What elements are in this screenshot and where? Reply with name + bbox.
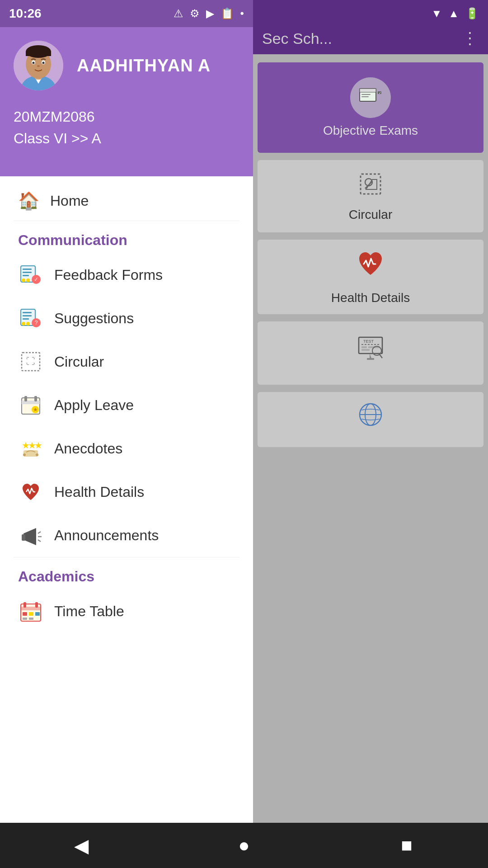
svg-rect-69 xyxy=(361,346,367,348)
back-button[interactable]: ◀ xyxy=(63,827,99,863)
student-id: 20MZM2086 xyxy=(14,108,95,125)
svg-rect-15 xyxy=(23,275,29,276)
anecdotes-label: Anecdotes xyxy=(54,440,122,457)
home-button[interactable]: ● xyxy=(226,827,262,863)
home-label: Home xyxy=(50,193,89,209)
menu-item-announcements[interactable]: Announcements xyxy=(0,514,253,557)
student-class: Class VI >> A xyxy=(14,130,101,146)
svg-marker-42 xyxy=(23,528,36,545)
signal-icon: ▲ xyxy=(448,7,459,20)
menu-item-timetable[interactable]: Time Table xyxy=(0,590,253,633)
globe-icon xyxy=(357,401,384,434)
svg-text:TEST: TEST xyxy=(363,339,374,344)
svg-point-19 xyxy=(26,278,30,282)
user-name: AADHITHYAN A xyxy=(77,56,211,75)
menu-item-health-details[interactable]: Health Details xyxy=(0,470,253,514)
settings-icon: ⚙ xyxy=(190,7,200,20)
user-id: 20MZM2086 Class VI >> A xyxy=(14,106,239,149)
right-panel: Sec Sch... ⋮ ✓ Objective Exams xyxy=(253,0,488,868)
svg-text:✓: ✓ xyxy=(34,276,38,283)
svg-point-40 xyxy=(23,453,26,456)
suggestions-label: Suggestions xyxy=(54,310,134,327)
status-bar-right: ▼ ▲ 🔋 xyxy=(253,0,488,27)
svg-text:⛶: ⛶ xyxy=(26,356,35,366)
right-health-icon xyxy=(355,249,386,286)
menu-item-suggestions[interactable]: ? Suggestions xyxy=(0,297,253,340)
svg-point-9 xyxy=(37,65,40,67)
svg-rect-73 xyxy=(367,358,374,360)
svg-rect-33 xyxy=(34,396,37,401)
svg-rect-57 xyxy=(360,89,376,92)
svg-line-44 xyxy=(38,532,41,533)
svg-rect-71 xyxy=(361,349,370,351)
menu-item-circular[interactable]: ⛶ Circular xyxy=(0,340,253,383)
dot-icon: • xyxy=(240,7,244,20)
svg-rect-49 xyxy=(23,602,26,608)
menu-item-apply-leave[interactable]: ★ Apply Leave xyxy=(0,383,253,427)
svg-text:★: ★ xyxy=(34,440,42,450)
svg-rect-52 xyxy=(29,612,33,616)
svg-rect-51 xyxy=(23,612,27,616)
home-nav-icon: ● xyxy=(238,835,249,856)
svg-point-8 xyxy=(42,62,45,64)
svg-point-7 xyxy=(33,62,35,64)
svg-line-46 xyxy=(38,540,41,542)
right-item-globe[interactable] xyxy=(258,392,483,447)
svg-line-75 xyxy=(380,354,382,358)
circular-icon: ⛶ xyxy=(18,349,43,374)
section-communication: Communication xyxy=(0,221,253,253)
navigation-drawer: AADHITHYAN A 20MZM2086 Class VI >> A 🏠 H… xyxy=(0,0,253,868)
svg-rect-58 xyxy=(361,94,371,95)
right-item-health-details[interactable]: Health Details xyxy=(258,240,483,314)
right-topbar-menu[interactable]: ⋮ xyxy=(462,29,479,48)
drawer-menu[interactable]: 🏠 Home Communication ✓ Feedback Forms xyxy=(0,176,253,868)
svg-rect-23 xyxy=(23,318,29,320)
health-details-icon xyxy=(18,479,43,505)
feedback-forms-icon: ✓ xyxy=(18,262,43,288)
svg-text:★: ★ xyxy=(33,406,38,413)
svg-rect-39 xyxy=(23,450,38,457)
health-details-label: Health Details xyxy=(54,484,144,500)
test-screen-icon: TEST xyxy=(357,335,384,366)
right-circular-label: Circular xyxy=(349,208,392,222)
announcements-icon xyxy=(18,523,43,548)
timetable-icon xyxy=(18,599,43,624)
menu-item-feedback-forms[interactable]: ✓ Feedback Forms xyxy=(0,253,253,297)
avatar xyxy=(14,41,63,90)
svg-rect-14 xyxy=(23,272,32,273)
apply-leave-label: Apply Leave xyxy=(54,397,134,414)
svg-rect-21 xyxy=(23,312,32,313)
menu-item-home[interactable]: 🏠 Home xyxy=(0,181,253,221)
svg-point-26 xyxy=(22,322,25,326)
battery-icon: 🔋 xyxy=(465,7,479,20)
svg-rect-53 xyxy=(35,612,40,616)
svg-text:✓: ✓ xyxy=(379,91,381,94)
bottom-navigation: ◀ ● ■ xyxy=(0,823,488,868)
right-item-circular[interactable]: Circular xyxy=(258,160,483,232)
svg-rect-50 xyxy=(35,602,38,608)
objective-exams-icon: ✓ xyxy=(350,77,391,118)
play-icon: ▶ xyxy=(206,7,214,20)
right-topbar-title: Sec Sch... xyxy=(262,30,332,47)
recents-button[interactable]: ■ xyxy=(389,827,425,863)
menu-item-anecdotes[interactable]: ★ ★ ★ Anecdotes xyxy=(0,427,253,470)
announcements-label: Announcements xyxy=(54,527,159,544)
right-panel-content: ✓ Objective Exams Circular xyxy=(253,54,488,455)
suggestions-icon: ? xyxy=(18,306,43,331)
circular-label: Circular xyxy=(54,354,104,370)
svg-point-27 xyxy=(26,322,30,326)
feedback-forms-label: Feedback Forms xyxy=(54,267,163,283)
section-academics: Academics xyxy=(0,557,253,590)
anecdotes-icon: ★ ★ ★ xyxy=(18,436,43,461)
clipboard-icon: 📋 xyxy=(221,7,234,20)
svg-rect-22 xyxy=(23,315,32,316)
home-icon: 🏠 xyxy=(18,191,39,211)
right-item-objective-exams[interactable]: ✓ Objective Exams xyxy=(258,62,483,153)
user-row: AADHITHYAN A xyxy=(14,41,239,90)
status-bar-left: 10:26 ⚠ ⚙ ▶ 📋 • xyxy=(0,0,253,27)
svg-point-41 xyxy=(36,453,38,456)
right-item-test-screen[interactable]: TEST xyxy=(258,321,483,385)
objective-exams-label: Objective Exams xyxy=(323,123,418,138)
svg-marker-72 xyxy=(370,354,371,358)
svg-rect-32 xyxy=(24,396,27,401)
